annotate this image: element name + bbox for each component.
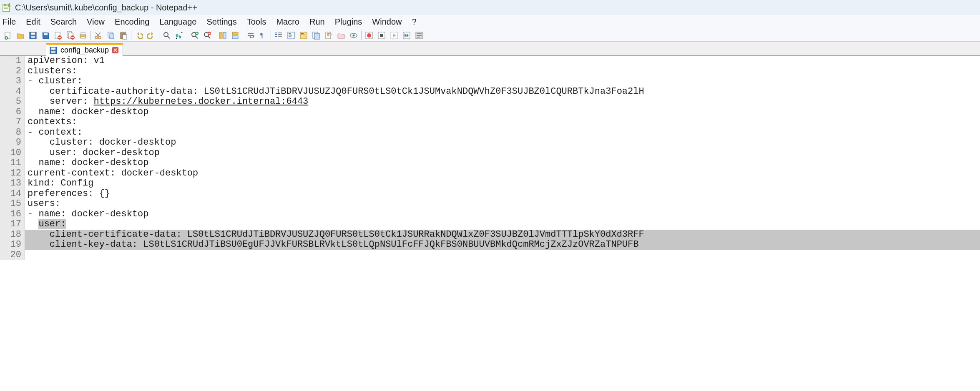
folder-icon[interactable] (335, 30, 347, 41)
code-line[interactable]: certificate-authority-data: LS0tLS1CRUdJ… (25, 87, 980, 97)
menubar: File Edit Search View Encoding Language … (0, 15, 980, 29)
menu-macro[interactable]: Macro (276, 17, 299, 27)
code-line[interactable] (25, 250, 980, 261)
svg-rect-14 (44, 33, 48, 35)
print-icon[interactable] (77, 30, 89, 41)
menu-settings[interactable]: Settings (206, 17, 236, 27)
show-all-icon[interactable]: ¶ (257, 30, 269, 41)
tab-config-backup[interactable]: config_backup ✕ (46, 43, 123, 56)
svg-rect-72 (380, 34, 383, 37)
save-macro-icon[interactable] (413, 30, 425, 41)
line-number: 2 (0, 66, 21, 77)
svg-rect-60 (300, 32, 307, 39)
new-file-icon[interactable] (2, 30, 14, 41)
tab-label: config_backup (60, 46, 109, 55)
code-area[interactable]: apiVersion: v1clusters:- cluster: certif… (25, 56, 980, 260)
cut-icon[interactable] (92, 30, 105, 41)
toolbar-separator (361, 31, 362, 40)
svg-rect-76 (417, 33, 422, 34)
svg-line-37 (196, 36, 198, 38)
code-line[interactable]: client-certificate-data: LS0tLS1CRUdJTiB… (25, 230, 980, 240)
line-number: 3 (0, 76, 21, 87)
menu-window[interactable]: Window (372, 17, 402, 27)
doc-list-icon[interactable] (310, 30, 322, 41)
udl-icon[interactable] (285, 30, 297, 41)
play-icon[interactable] (388, 30, 400, 41)
open-file-icon[interactable] (14, 30, 27, 41)
server-url-link[interactable]: https://kubernetes.docker.internal:6443 (93, 96, 308, 107)
svg-rect-63 (301, 36, 304, 36)
menu-run[interactable]: Run (309, 17, 325, 27)
menu-encoding[interactable]: Encoding (115, 17, 149, 27)
toolbar-separator (131, 31, 131, 40)
code-line[interactable]: cluster: docker-desktop (25, 138, 980, 148)
svg-rect-50 (275, 33, 277, 33)
svg-rect-43 (219, 33, 222, 38)
menu-tools[interactable]: Tools (247, 17, 266, 27)
close-all-icon[interactable] (64, 30, 77, 41)
stop-icon[interactable] (375, 30, 388, 41)
copy-icon[interactable] (105, 30, 117, 41)
paste-icon[interactable] (117, 30, 130, 41)
code-line[interactable]: - context: (25, 128, 980, 138)
titlebar: C:\Users\sumit\.kube\config_backup - Not… (0, 0, 980, 15)
zoom-out-icon[interactable] (201, 30, 214, 41)
code-line[interactable]: preferences: {} (25, 189, 980, 199)
menu-edit[interactable]: Edit (26, 17, 40, 27)
svg-point-70 (367, 33, 371, 38)
menu-language[interactable]: Language (159, 17, 196, 27)
code-line[interactable]: current-context: docker-desktop (25, 168, 980, 179)
zoom-in-icon[interactable] (188, 30, 201, 41)
svg-line-40 (208, 36, 210, 38)
menu-help[interactable]: ? (412, 17, 416, 27)
doc-map-icon[interactable] (297, 30, 310, 41)
menu-view[interactable]: View (87, 17, 105, 27)
find-icon[interactable] (161, 30, 173, 41)
svg-rect-61 (301, 33, 304, 34)
sync-h-icon[interactable] (229, 30, 241, 41)
monitor-icon[interactable] (347, 30, 360, 41)
sync-v-icon[interactable] (216, 30, 229, 41)
record-icon[interactable] (363, 30, 375, 41)
code-line[interactable]: user: (25, 219, 980, 230)
code-line[interactable]: name: docker-desktop (25, 107, 980, 118)
svg-rect-28 (110, 34, 114, 39)
replace-icon[interactable]: ab (173, 30, 186, 41)
code-line[interactable]: name: docker-desktop (25, 158, 980, 168)
code-line[interactable]: user: docker-desktop (25, 148, 980, 158)
code-line[interactable]: - cluster: (25, 76, 980, 87)
code-line[interactable]: apiVersion: v1 (25, 56, 980, 66)
svg-rect-24 (81, 37, 85, 39)
line-number: 13 (0, 178, 21, 189)
menu-plugins[interactable]: Plugins (335, 17, 362, 27)
svg-rect-42 (209, 33, 211, 34)
code-line[interactable]: server: https://kubernetes.docker.intern… (25, 97, 980, 107)
save-icon[interactable] (27, 30, 39, 41)
code-line[interactable]: - name: docker-desktop (25, 209, 980, 220)
undo-icon[interactable] (133, 30, 145, 41)
svg-rect-62 (301, 35, 305, 35)
menu-file[interactable]: File (3, 17, 16, 27)
code-line[interactable]: clusters: (25, 66, 980, 77)
redo-icon[interactable] (145, 30, 158, 41)
close-file-icon[interactable] (52, 30, 64, 41)
play-multi-icon[interactable] (400, 30, 413, 41)
line-number: 18 (0, 230, 21, 240)
svg-point-68 (353, 34, 355, 36)
code-line[interactable]: client-key-data: LS0tLS1CRUdJTiBSU0EgUFJ… (25, 240, 980, 250)
indent-guide-icon[interactable] (272, 30, 285, 41)
svg-point-32 (164, 33, 168, 37)
close-icon[interactable]: ✕ (112, 47, 118, 53)
wrap-icon[interactable] (244, 30, 257, 41)
code-line[interactable]: kind: Config (25, 178, 980, 189)
code-line[interactable]: contexts: (25, 117, 980, 128)
toolbar: ab ¶ (0, 29, 980, 42)
toolbar-separator (187, 31, 187, 40)
code-line[interactable]: users: (25, 199, 980, 209)
editor[interactable]: 1234567891011121314151617181920 apiVersi… (0, 56, 980, 260)
menu-search[interactable]: Search (50, 17, 77, 27)
svg-point-4 (4, 4, 6, 6)
save-all-icon[interactable] (39, 30, 52, 41)
svg-rect-21 (71, 37, 74, 38)
func-list-icon[interactable] (322, 30, 335, 41)
